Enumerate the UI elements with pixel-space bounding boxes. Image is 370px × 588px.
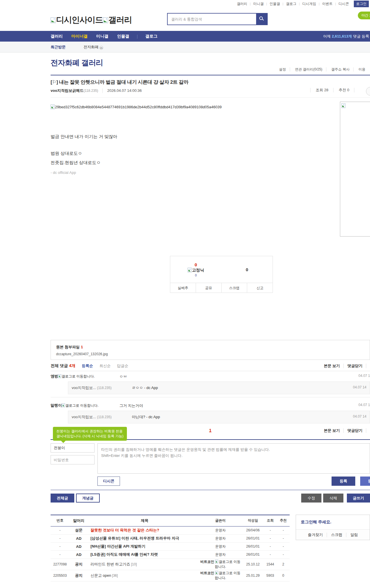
post-body: 29bed327f5c62db46b8084e5448774691b1986de… [51,98,370,251]
close-comments-button[interactable]: 댓글닫기 [347,428,362,433]
post-title-link[interactable]: 잘못한 것보다 더 욕먹은 것 같은 스타는? [88,526,199,534]
post-text-line: 벌금 안내면 내가 이기는 거 맞잖아 [51,133,370,140]
login-message: 로그인해 주세요. [296,515,370,529]
util-link-gallog[interactable]: 갤로그 [283,1,299,6]
comment-submit-button[interactable]: 등록 [332,477,355,486]
favorites-link[interactable]: 즐겨찾기 [305,532,326,537]
cell-writer[interactable]: 운영자 [199,526,242,534]
cell-number: - [51,534,69,542]
dccon-button[interactable]: 디시콘 [97,477,120,486]
col-writer: 글쓴이 [199,515,242,526]
breadcrumb-gallery-tab[interactable]: 전자화폐m [84,44,103,50]
search-input[interactable] [168,14,256,25]
gallery-title[interactable]: 전자화폐 갤러리 [51,58,370,68]
nav-item-minigall[interactable]: 미니갤 [96,34,108,39]
search-icon [259,16,263,20]
sort-by-newest[interactable]: 최신순 [99,363,111,369]
gallery-header-links: 설정│ 연관 갤러리(0/25)│ 갤주소 복사│ 이용 [276,67,368,72]
col-number: 번호 [51,515,69,526]
nav-item-persongall[interactable]: 인물갤 [117,34,129,39]
cell-views: - [264,526,277,534]
sidebar-footer: 즐겨찾기│ 스크랩│ 알림 [296,529,370,540]
report-button[interactable]: 신고 [247,283,273,293]
post-title-link[interactable]: 신문고 open[36] [88,570,199,581]
comment-item: 엠벙갤로그로 이동합니다. ㅇㅂ 04.07 14:0 [51,371,370,382]
comment-author[interactable]: 말랭이갤로그로 이동합니다. [51,403,119,408]
scrap-link[interactable]: 스크랩 [328,532,345,537]
reply-author[interactable]: voo지적립보... (118.235) [72,414,132,420]
cell-writer[interactable]: 운영자 [199,534,242,542]
post-title-link[interactable]: [LS증권] 아직도 매매에 AI를 안써? 차렷 [88,550,199,559]
post-text-line: 전좃집.현씹년 상대로도ㅇ [51,159,370,166]
view-post-button[interactable]: 본문 보기 [324,364,340,368]
sort-by-registered[interactable]: 등록순 [82,363,93,369]
reply-text: 아닌대? - dc App [132,414,353,420]
comment-submit-button-secondary[interactable]: 등록 [360,477,370,486]
post-title-link[interactable]: [삼성선물 유튜브] 이란 사태, 러우전쟁 트라우마 자극 [88,534,199,542]
modify-button[interactable]: 수정 [301,494,321,503]
cell-header: 공지 [69,570,88,581]
cell-writer[interactable]: 비트코인 갤로그로 이동합니다. [199,559,242,570]
attachment-filename[interactable]: dccapture_20260407_132026.jpg [56,352,365,356]
delete-button[interactable]: 삭제 [323,494,343,503]
recent-visit-label[interactable]: 최근방문 [51,44,66,50]
nickname-field[interactable] [51,443,95,453]
close-comments-button[interactable]: 댓글닫기 [347,364,362,368]
table-row: 2277098 공지 리마인드 한번 하고가죠[10] 비트코인 갤로그로 이동… [51,559,290,570]
alarm-link[interactable]: 알림 [347,532,361,537]
tab-all-posts[interactable]: 전체글 [51,494,74,503]
cell-header: 공지 [69,559,88,570]
post-title-link[interactable]: [NH선물] 야간선물 API 개발하기 [88,542,199,550]
cell-date: 25.10.12 [242,559,264,570]
copy-url-link[interactable]: 갤주소 복사 [328,67,352,71]
downvote-area[interactable]: 0 [221,256,273,283]
sort-by-reply[interactable]: 답글순 [117,363,128,369]
scrap-button[interactable]: 스크랩 [221,283,247,293]
util-link-gallery[interactable]: 갤러리 [234,1,250,6]
settings-link[interactable]: 설정 [276,67,289,71]
night-mode-toggle[interactable]: 야간 모드 [358,12,370,19]
logo-text-dcinside: 디시인사이드 [56,15,103,24]
site-logo[interactable]: 디시인사이드갤러리 [51,14,132,25]
comment-list: 엠벙갤로그로 이동합니다. ㅇㅂ 04.07 14:0 voo지적립보... (… [51,371,370,423]
comment-author[interactable]: 엠벙갤로그로 이동합니다. [51,374,119,379]
write-button[interactable]: 글쓰기 [347,494,370,503]
search-button[interactable] [256,14,267,25]
login-button[interactable]: 로그인 [354,1,369,7]
share-button[interactable]: 공유 [196,283,221,293]
cell-views: - [264,550,277,559]
util-link-persongall[interactable]: 인물갤 [267,1,283,6]
table-row: - AD [NH선물] 야간선물 API 개발하기 운영자 26/01/01 -… [51,542,290,550]
realtime-best-button[interactable]: 실베추 [170,283,196,293]
view-post-button[interactable]: 본문 보기 [324,428,340,433]
cell-writer[interactable]: 운영자 [199,550,242,559]
cell-date: 26/01/01 [242,550,264,559]
cell-writer[interactable]: 비트코인 갤로그로 이동합니다. [199,570,242,581]
comment-form: 타인의 권리를 침해하거나 명예를 훼손하는 댓글은 운영원칙 및 관련 법률에… [51,439,370,490]
util-link-minigall[interactable]: 미니갤 [251,1,266,6]
table-row: 2205503 공지 신문고 open[36] 비트코인 갤로그로 이동합니다.… [51,570,290,581]
post-author[interactable]: voo지적립보긁헤드 [51,88,84,93]
util-link-dcgame[interactable]: 디시게임 [300,1,319,6]
comment-textarea[interactable]: 타인의 권리를 침해하거나 명예를 훼손하는 댓글은 운영원칙 및 관련 법률에… [97,443,370,474]
cell-recommend: 2 [277,559,290,570]
nav-item-gallog[interactable]: 갤로그 [145,34,158,39]
nav-item-minorgall[interactable]: 마이너갤 [71,34,88,39]
vote-box: 0 고정닉 0 0 실베추 공유 스크랩 신고 [170,256,273,293]
page-1-link[interactable]: 1 [209,428,212,433]
reply-author[interactable]: voo지적립보... (118.235) [72,385,132,390]
cell-number: - [51,526,69,534]
comment-pagination-row: 1 본문 보기│댓글닫기│ 전붕이는 갤러리에서 권장하는 비회원 전용 갤닉네… [51,428,370,434]
upvote-area[interactable]: 0 고정닉 0 [170,256,221,283]
post-title: [⚐] 내는 잘못 안햇으니까 벌금 절대 내기 시른대 걍 살자 2트 갈까 [51,79,370,86]
cell-writer[interactable]: 운영자 [199,542,242,550]
util-link-event[interactable]: 이벤트 [319,1,335,6]
nav-item-gallery[interactable]: 갤러리 [51,34,63,39]
tab-best-posts[interactable]: 개념글 [76,494,100,503]
recommend-count: 추천 0 [338,88,349,92]
password-field[interactable] [51,455,95,464]
util-link-dccon[interactable]: 디시콘 [336,1,352,6]
usage-link[interactable]: 이용 [356,67,368,71]
post-title-link[interactable]: 리마인드 한번 하고가죠[10] [88,559,199,570]
related-gallery-link[interactable]: 연관 갤러리(0/25) [292,67,325,71]
